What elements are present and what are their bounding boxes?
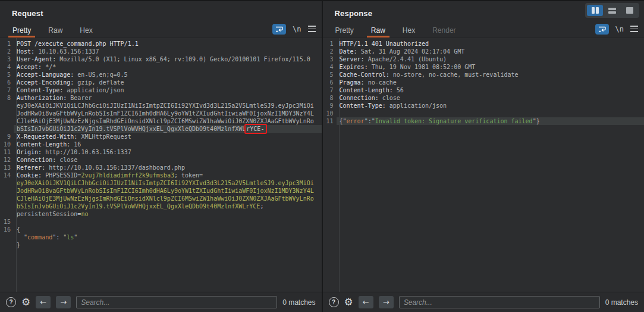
- code-text: [337, 110, 644, 117]
- line-number: 10: [0, 141, 14, 148]
- response-panel: Response PrettyRawHexRender \n 1HTTP/1.1…: [323, 1, 644, 312]
- code-line: 11Origin: http://10.10.63.156:1337: [0, 148, 322, 156]
- code-line: "command": "ls": [0, 233, 322, 241]
- code-text: Referer: http://10.10.63.156:1337/dashbo…: [14, 164, 322, 171]
- code-line: 1HTTP/1.1 401 Unauthorized: [323, 40, 644, 48]
- search-prev-button[interactable]: ←: [359, 296, 373, 308]
- line-number: 2: [323, 48, 337, 55]
- help-icon[interactable]: ?: [329, 297, 339, 307]
- response-search-bar: ? ⚙ ← → 0 matches: [323, 292, 644, 312]
- code-text-highlighted: bSIsInJvbGUiOiJ1c2VyIn19.tVSPlVoWVHQjxxE…: [14, 125, 322, 133]
- code-text: eyJ0eXAiOiJKV1QiLCJhbGciOiJIUzI1NiIsImtp…: [14, 179, 322, 187]
- code-text: persistentSession=no: [14, 210, 322, 218]
- search-prev-button[interactable]: ←: [36, 296, 51, 308]
- code-line: CJleHAiOjE3MjUwNzEzNjgsImRhdGEiOnsidXNlc…: [0, 195, 322, 202]
- code-text: Content-Type: application/json: [14, 86, 322, 94]
- code-line: 9X-Requested-With: XMLHttpRequest: [0, 133, 322, 141]
- code-text: {: [14, 226, 322, 233]
- tab-raw[interactable]: Raw: [367, 23, 389, 38]
- code-text: X-Requested-With: XMLHttpRequest: [14, 133, 322, 141]
- code-line: persistentSession=no: [0, 210, 322, 218]
- tab-hex[interactable]: Hex: [398, 23, 419, 38]
- line-number: 11: [0, 148, 14, 156]
- request-search-bar: ? ⚙ ← → 0 matches: [0, 292, 322, 312]
- layout-split-columns-button[interactable]: [587, 5, 603, 16]
- code-text: [14, 218, 322, 226]
- tab-pretty[interactable]: Pretty: [331, 23, 358, 38]
- settings-gear-icon[interactable]: ⚙: [21, 297, 30, 307]
- settings-gear-icon[interactable]: ⚙: [344, 297, 353, 307]
- code-line: 6Accept-Encoding: gzip, deflate: [0, 79, 322, 86]
- line-number: [0, 202, 14, 210]
- match-count: 0 matches: [282, 298, 315, 307]
- request-tab-bar: PrettyRawHex \n: [0, 23, 322, 38]
- line-number: [0, 195, 14, 202]
- code-text: Origin: http://10.10.63.156:1337: [14, 148, 322, 156]
- request-title: Request: [12, 9, 43, 18]
- line-number: 8: [0, 94, 14, 102]
- code-text: Cache-Control: no-store, no-cache, must-…: [337, 71, 644, 79]
- tab-pretty[interactable]: Pretty: [8, 23, 35, 38]
- code-text: Host: 10.10.63.156:1337: [14, 48, 322, 55]
- tab-render: Render: [428, 23, 460, 38]
- response-panel-header: Response: [323, 1, 644, 23]
- code-text: User-Agent: Mozilla/5.0 (X11; Linux x86_…: [14, 55, 322, 63]
- search-next-button[interactable]: →: [56, 296, 71, 308]
- line-number: [0, 110, 14, 117]
- code-text: JodHRwOi8vaGFtbWVyLnRobSIsImF1ZCI6Imh0dH…: [14, 187, 322, 195]
- code-line: 5Accept-Language: en-US,en;q=0.5: [0, 71, 322, 79]
- code-text: Content-Length: 56: [337, 86, 644, 94]
- code-text: "command": "ls": [14, 233, 322, 241]
- code-line: 16{: [0, 226, 322, 233]
- code-text: }: [14, 241, 322, 249]
- red-marked-token-segment: rYCE-: [246, 125, 266, 133]
- word-wrap-icon: [275, 26, 283, 33]
- code-text: Server: Apache/2.4.41 (Ubuntu): [337, 55, 644, 63]
- code-line: }: [0, 241, 322, 249]
- search-next-button[interactable]: →: [379, 296, 394, 308]
- request-panel-header: Request: [0, 1, 322, 23]
- code-line: 15: [0, 218, 322, 226]
- line-number: 7: [323, 86, 337, 94]
- tab-hex[interactable]: Hex: [76, 23, 96, 38]
- line-number: [0, 179, 14, 187]
- line-number: 3: [323, 55, 337, 63]
- code-line: 10Content-Length: 16: [0, 141, 322, 148]
- response-editor[interactable]: 1HTTP/1.1 401 Unauthorized2Date: Sat, 31…: [323, 38, 644, 292]
- line-number: 13: [0, 164, 14, 171]
- layout-switcher: [585, 3, 639, 18]
- line-number: 3: [0, 55, 14, 63]
- code-text: JodHRwOi8vaGFtbWVyLnRobSIsImF1ZCI6Imh0dH…: [14, 110, 322, 117]
- line-number: [0, 102, 14, 110]
- show-newlines-toggle[interactable]: \n: [615, 25, 624, 33]
- line-number: 4: [323, 63, 337, 71]
- line-number: 12: [0, 156, 14, 164]
- code-text: Pragma: no-cache: [337, 79, 644, 86]
- line-number: [0, 187, 14, 195]
- code-text: Accept: */*: [14, 63, 322, 71]
- code-line: 9Content-Type: application/json: [323, 102, 644, 110]
- layout-split-rows-button[interactable]: [604, 5, 620, 16]
- show-newlines-toggle[interactable]: \n: [293, 25, 301, 33]
- search-input[interactable]: [399, 296, 600, 308]
- line-number: 9: [0, 133, 14, 141]
- line-number: 7: [0, 86, 14, 94]
- code-line: 11{"error":"Invalid token: Signature ver…: [323, 117, 644, 125]
- help-icon[interactable]: ?: [6, 297, 16, 307]
- hamburger-menu-icon[interactable]: [308, 24, 316, 33]
- request-editor[interactable]: 1POST /execute_command.php HTTP/1.12Host…: [0, 38, 322, 292]
- line-number: 5: [323, 71, 337, 79]
- tab-raw[interactable]: Raw: [44, 23, 67, 38]
- code-line: 6Pragma: no-cache: [323, 79, 644, 86]
- code-text: Connection: close: [337, 94, 644, 102]
- word-wrap-toggle-button[interactable]: [595, 24, 609, 35]
- word-wrap-toggle-button[interactable]: [272, 24, 286, 35]
- line-number: [0, 233, 14, 241]
- line-number: 1: [323, 40, 337, 48]
- line-number: 15: [0, 218, 14, 226]
- layout-single-pane-button[interactable]: [621, 5, 637, 16]
- search-input[interactable]: [76, 296, 277, 308]
- code-line: 4Expires: Thu, 19 Nov 1981 08:52:00 GMT: [323, 63, 644, 71]
- hamburger-menu-icon[interactable]: [630, 24, 638, 33]
- code-line: 8Connection: close: [323, 94, 644, 102]
